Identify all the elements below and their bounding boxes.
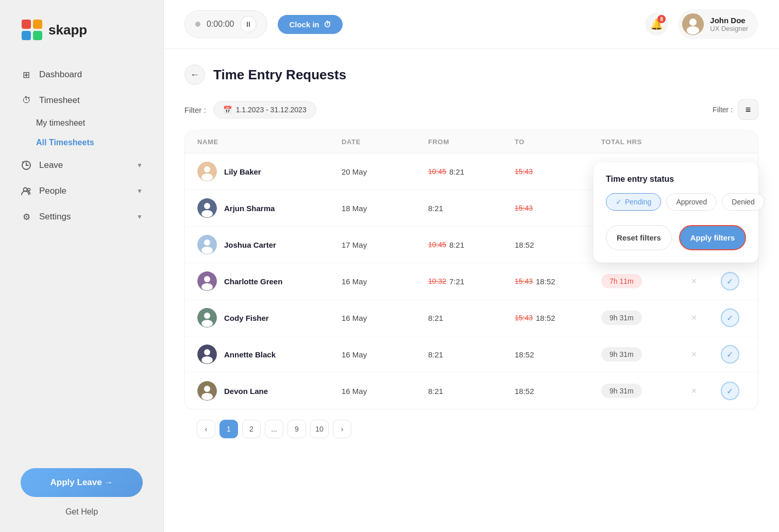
page-1-button[interactable]: 1 (219, 420, 238, 438)
table-row: Annette Black 16 May 8:21 18:52 9h 31m ×… (185, 336, 758, 373)
date-picker[interactable]: 📅 1.1.2023 - 31.12.2023 (213, 101, 316, 118)
row-name: Cody Fisher (197, 308, 342, 328)
svg-point-14 (204, 166, 210, 173)
pause-button[interactable]: ⏸ (240, 16, 257, 32)
apply-filters-button[interactable]: Apply filters (679, 225, 746, 250)
filter-text: Filter : (713, 106, 733, 114)
sidebar-item-settings[interactable]: ⚙ Settings ▼ (0, 204, 163, 230)
sidebar-sub-my-timesheet[interactable]: My timesheet (0, 113, 163, 133)
pagination: ‹ 1 2 ... 9 10 › (184, 409, 758, 449)
svg-rect-2 (22, 31, 31, 40)
user-name: John Doe (710, 16, 748, 25)
sidebar-bottom: Apply Leave → Get Help (0, 453, 163, 532)
table-row: Devon Lane 16 May 8:21 18:52 9h 31m × ✓ (185, 373, 758, 409)
svg-point-18 (201, 210, 213, 217)
filter-bar: Filter : 📅 1.1.2023 - 31.12.2023 Filter … (184, 99, 758, 120)
svg-point-20 (204, 239, 210, 246)
page-content: ← Time Entry Requests Filter : 📅 1.1.202… (164, 49, 779, 532)
user-role: UX Designer (710, 25, 748, 32)
sidebar-item-dashboard[interactable]: ⊞ Dashboard (0, 62, 163, 88)
clock-icon: ⏱ (324, 20, 331, 29)
svg-point-32 (204, 386, 210, 392)
chevron-down-icon: ▼ (137, 187, 143, 195)
sidebar: skapp ⊞ Dashboard ⏱ Timesheet My timeshe… (0, 0, 164, 532)
page-title: Time Entry Requests (213, 67, 346, 83)
filter-icon-button[interactable]: ≡ (738, 99, 758, 120)
page-10-button[interactable]: 10 (310, 420, 329, 438)
status-pending-chip[interactable]: ✓ Pending (606, 193, 661, 211)
row-name: Devon Lane (197, 381, 342, 401)
row-name: Joshua Carter (197, 235, 342, 254)
reject-button[interactable]: × (673, 276, 715, 287)
avatar (197, 308, 217, 328)
calendar-icon: 📅 (223, 106, 232, 114)
reset-filters-button[interactable]: Reset filters (606, 225, 672, 250)
row-name: Annette Black (197, 345, 342, 364)
logo: skapp (0, 0, 163, 62)
page-ellipsis: ... (265, 420, 283, 438)
status-options: ✓ Pending Approved Denied (606, 193, 746, 211)
apply-leave-button[interactable]: Apply Leave → (21, 468, 143, 497)
reject-button[interactable]: × (673, 313, 715, 323)
people-icon (21, 185, 32, 197)
col-action2 (715, 138, 746, 146)
approve-button[interactable]: ✓ (721, 308, 739, 327)
page-2-button[interactable]: 2 (242, 420, 261, 438)
avatar (197, 162, 217, 181)
sidebar-item-label: People (39, 186, 66, 196)
svg-point-24 (201, 283, 213, 290)
get-help-link[interactable]: Get Help (21, 507, 143, 517)
leave-icon (21, 160, 32, 171)
date-label: Filter : (184, 106, 206, 114)
sidebar-item-people[interactable]: People ▼ (0, 178, 163, 204)
sidebar-sub-all-timesheets[interactable]: All Timesheets (0, 133, 163, 152)
prev-page-button[interactable]: ‹ (197, 420, 215, 438)
check-icon: ✓ (616, 198, 622, 206)
svg-point-29 (204, 349, 210, 355)
filter-right: Filter : ≡ (713, 99, 758, 120)
page-title-row: ← Time Entry Requests (184, 64, 758, 85)
date-range: 1.1.2023 - 31.12.2023 (236, 106, 307, 114)
table-header: NAME DATE FROM TO TOTAL HRS (185, 131, 758, 153)
table-row: Cody Fisher 16 May 8:21 15:43 18:52 9h 3… (185, 300, 758, 336)
approve-button[interactable]: ✓ (721, 382, 739, 400)
reject-button[interactable]: × (673, 386, 715, 397)
chevron-down-icon: ▼ (137, 162, 143, 169)
svg-point-21 (201, 247, 213, 254)
svg-line-7 (23, 162, 24, 163)
svg-rect-3 (33, 31, 42, 40)
svg-point-26 (204, 313, 210, 319)
filter-actions: Reset filters Apply filters (606, 225, 746, 250)
status-denied-chip[interactable]: Denied (722, 193, 764, 211)
approve-button[interactable]: ✓ (721, 272, 739, 290)
sidebar-item-leave[interactable]: Leave ▼ (0, 152, 163, 178)
svg-rect-0 (22, 20, 31, 29)
reject-button[interactable]: × (673, 349, 715, 360)
status-approved-chip[interactable]: Approved (666, 193, 717, 211)
svg-point-17 (204, 203, 210, 209)
row-name: Charlotte Green (197, 271, 342, 291)
user-pill: John Doe UX Designer (678, 9, 758, 39)
sidebar-item-label: Dashboard (39, 70, 82, 80)
notification-button[interactable]: 🔔 8 (645, 13, 668, 36)
svg-point-30 (201, 356, 213, 364)
timesheet-icon: ⏱ (21, 95, 32, 106)
sidebar-item-timesheet[interactable]: ⏱ Timesheet (0, 88, 163, 113)
filter-icon: ≡ (746, 105, 751, 115)
svg-point-15 (201, 174, 213, 181)
chevron-down-icon: ▼ (137, 213, 143, 220)
col-action1 (673, 138, 715, 146)
svg-point-23 (204, 276, 210, 282)
avatar (197, 235, 217, 254)
avatar (682, 13, 704, 35)
svg-rect-1 (33, 20, 42, 29)
svg-point-9 (28, 188, 30, 191)
table-row: Charlotte Green 16 May 10:32 7:21 15:43 … (185, 263, 758, 300)
avatar (197, 271, 217, 291)
next-page-button[interactable]: › (333, 420, 351, 438)
page-9-button[interactable]: 9 (287, 420, 306, 438)
svg-point-12 (687, 26, 699, 35)
back-button[interactable]: ← (184, 64, 205, 85)
approve-button[interactable]: ✓ (721, 345, 739, 364)
clock-in-button[interactable]: Clock in ⏱ (278, 15, 342, 34)
